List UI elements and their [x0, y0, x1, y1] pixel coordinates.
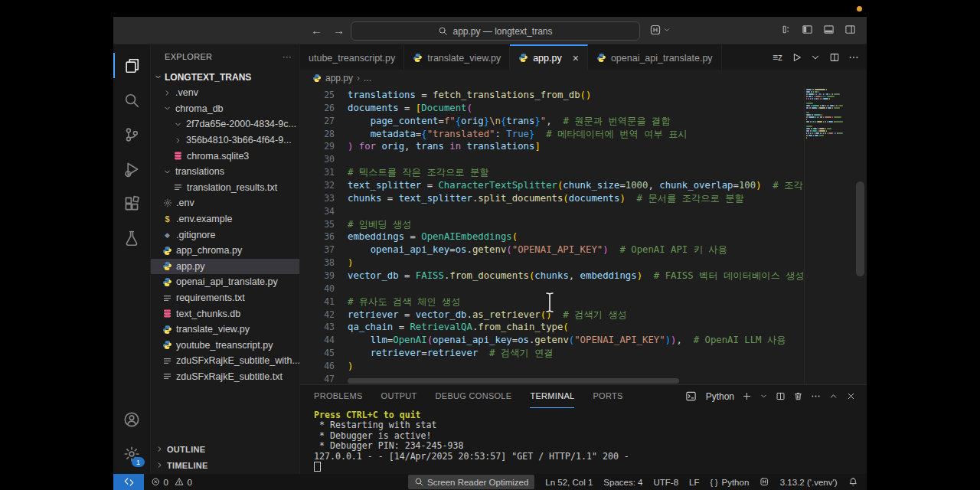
dollar-file-icon: $	[162, 214, 173, 224]
terminal-shell-label[interactable]: Python	[706, 391, 734, 402]
more-actions-icon[interactable]	[848, 52, 859, 63]
toggle-secondary-sidebar-icon[interactable]	[844, 24, 856, 35]
status-notifications[interactable]	[848, 477, 858, 487]
section-timeline[interactable]: TIMELINE	[151, 457, 299, 473]
tree-item[interactable]: youtube_treanscript.py	[151, 338, 299, 354]
kill-terminal-icon[interactable]	[793, 391, 803, 401]
chevron-down-icon	[154, 73, 162, 81]
maximize-panel-icon[interactable]	[828, 391, 838, 401]
status-screen-reader-mode[interactable]: Screen Reader Optimized	[408, 475, 535, 489]
editor-tab[interactable]: openai_api_translate.py	[588, 44, 722, 70]
activity-source-control-icon[interactable]	[113, 117, 150, 152]
tree-item[interactable]: zduSFxRajkE_subtitle.txt	[151, 369, 299, 385]
status-bar: 0 0 Screen Reader OptimizedLn 52, Col 1S…	[113, 474, 867, 490]
activity-run-debug-icon[interactable]	[113, 152, 150, 186]
breadcrumb-symbol[interactable]: ...	[364, 73, 371, 83]
new-terminal-icon[interactable]	[742, 391, 752, 401]
tree-item[interactable]: openai_api_translate.py	[151, 274, 299, 290]
tree-item[interactable]: .env	[151, 195, 299, 211]
txt-file-icon	[172, 182, 184, 192]
activity-extensions-icon[interactable]	[113, 186, 150, 220]
db-file-icon	[162, 309, 173, 318]
editor-tab[interactable]: app.py×	[510, 44, 588, 70]
status-cursor-position[interactable]: Ln 52, Col 1	[545, 478, 593, 487]
activity-testing-icon[interactable]	[113, 220, 150, 255]
vertical-scrollbar[interactable]	[856, 181, 864, 276]
tree-item[interactable]: text_chunks.db	[151, 305, 299, 322]
back-icon[interactable]: ←	[311, 24, 322, 37]
tree-item[interactable]: app.py	[151, 259, 299, 275]
panel-tab-debug-console[interactable]: DEBUG CONSOLE	[436, 385, 512, 408]
code-line: 40	[300, 283, 805, 296]
toggle-sidebar-icon[interactable]	[802, 24, 813, 35]
python-file-icon	[162, 340, 173, 350]
command-center-title: app.py — longtext_trans	[452, 26, 552, 37]
tree-item[interactable]: 2f7da65e-2000-4834-9c...	[151, 116, 299, 132]
run-python-file-icon[interactable]	[791, 52, 802, 63]
tree-item-label: .gitignore	[176, 230, 215, 240]
panel-tab-ports[interactable]: PORTS	[593, 385, 622, 408]
panel-more-icon[interactable]	[811, 391, 821, 401]
remote-indicator[interactable]	[113, 474, 144, 490]
horizontal-scrollbar[interactable]	[348, 378, 679, 384]
problems-status[interactable]: 0 0	[144, 477, 192, 487]
command-center[interactable]: app.py — longtext_trans	[351, 21, 640, 41]
tree-root-folder[interactable]: LONGTEXT_TRANS	[151, 69, 299, 85]
editor-tab[interactable]: translate_view.py	[404, 44, 510, 70]
status-python-interpreter[interactable]: 3.13.2 ('.venv')	[780, 478, 838, 487]
breadcrumb[interactable]: app.py › ...	[300, 70, 867, 87]
tree-item[interactable]: translation_results.txt	[151, 180, 299, 196]
activity-search-icon[interactable]	[113, 83, 150, 117]
terminal-output[interactable]: Press CTRL+C to quit * Restarting with s…	[300, 407, 867, 474]
code-line: 46)	[300, 360, 805, 373]
tree-item[interactable]: .venv	[151, 85, 299, 101]
tree-item[interactable]: translations	[151, 164, 299, 180]
tree-item[interactable]: zduSFxRajkE_subtitle_with...	[151, 353, 299, 369]
sticky-scroll-icon[interactable]: ≡z	[773, 52, 782, 63]
tree-item[interactable]: ◆.gitignore	[151, 227, 299, 243]
terminal-dropdown-icon[interactable]	[760, 392, 768, 400]
line-number: 33	[300, 192, 335, 205]
status-eol[interactable]: LF	[689, 478, 699, 487]
profiles-grid-icon[interactable]	[649, 24, 662, 36]
file-tree: .venvchroma_db2f7da65e-2000-4834-9c...35…	[151, 85, 299, 384]
tree-item[interactable]: $.env.example	[151, 211, 299, 227]
db-file-icon	[172, 151, 184, 161]
tree-item[interactable]: chroma_db	[151, 101, 299, 117]
tree-item[interactable]: 356b4810-3b66-4f64-9...	[151, 132, 299, 149]
split-terminal-icon[interactable]	[776, 391, 786, 401]
status-indentation[interactable]: Spaces: 4	[603, 478, 642, 487]
code-line: 41# 유사도 검색 체인 생성	[300, 296, 805, 309]
close-icon[interactable]: ×	[573, 53, 579, 64]
code-editor[interactable]: 25translations = fetch_translations_from…	[300, 87, 867, 384]
explorer-more-icon[interactable]: ···	[283, 52, 292, 61]
profiles-menu[interactable]	[649, 24, 671, 36]
activity-accounts-icon[interactable]	[113, 402, 150, 436]
tree-item[interactable]: chroma.sqlite3	[151, 148, 299, 164]
terminal-python-icon[interactable]	[685, 390, 697, 402]
activity-settings-icon[interactable]: 1	[113, 436, 150, 471]
forward-icon[interactable]: →	[333, 24, 345, 37]
terminal-cursor	[314, 462, 321, 472]
status-encoding[interactable]: UTF-8	[654, 478, 679, 487]
section-outline[interactable]: OUTLINE	[151, 441, 299, 457]
breadcrumb-file[interactable]: app.py	[325, 73, 353, 83]
editor-tab[interactable]: utube_treanscript.py	[300, 44, 404, 70]
minimap[interactable]	[804, 87, 844, 384]
toggle-panel-icon[interactable]	[823, 24, 835, 35]
split-editor-icon[interactable]	[829, 52, 840, 63]
activity-explorer-icon[interactable]	[113, 48, 150, 83]
tree-item[interactable]: app_chroma.py	[151, 243, 299, 259]
code-line: 35# 임베딩 생성	[300, 218, 805, 231]
close-panel-icon[interactable]	[846, 391, 856, 401]
tree-item[interactable]: translate_view.py	[151, 322, 299, 338]
run-dropdown-icon[interactable]	[810, 52, 821, 63]
panel-tab-terminal[interactable]: TERMINAL	[530, 385, 574, 408]
panel-tab-output[interactable]: OUTPUT	[381, 385, 417, 408]
panel-tab-problems[interactable]: PROBLEMS	[314, 385, 363, 408]
tree-item[interactable]: requirements.txt	[151, 290, 299, 306]
status-extension-status[interactable]	[760, 477, 769, 487]
status-language-mode[interactable]: { }Python	[710, 478, 750, 487]
terminal-line: * Debugger is active!	[314, 431, 867, 441]
customize-layout-icon[interactable]	[780, 24, 792, 35]
